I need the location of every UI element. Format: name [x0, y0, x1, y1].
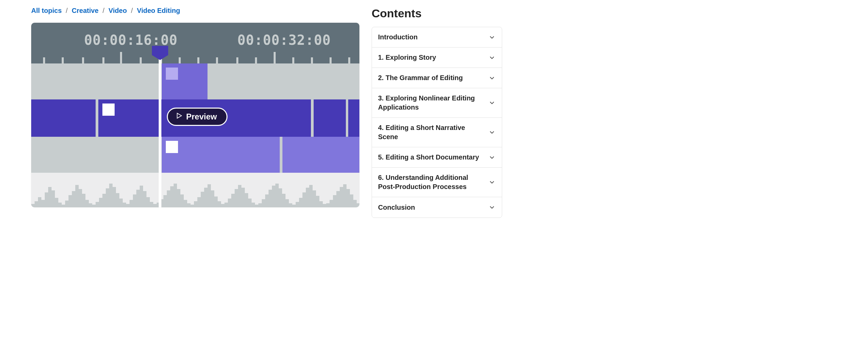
waveform-bar [238, 185, 241, 207]
timeline-ruler: 00:00:16:00 00:00:32:00 [31, 23, 359, 63]
contents-item[interactable]: 5. Editing a Short Documentary [372, 147, 502, 168]
waveform-bar [231, 194, 235, 207]
timeline-ticks [31, 48, 359, 63]
ruler-tick [62, 57, 64, 63]
waveform-bar [113, 187, 116, 207]
waveform-bar [353, 200, 357, 207]
waveform-bar [58, 203, 62, 207]
chevron-down-icon [488, 54, 496, 61]
ruler-tick [255, 57, 257, 63]
waveform-bar [197, 197, 201, 207]
waveform-bar [316, 196, 319, 207]
waveform-bar [221, 204, 224, 207]
waveform-bar [282, 194, 285, 207]
waveform-bar [336, 191, 340, 207]
waveform-bar [306, 188, 309, 207]
waveform-bar [292, 205, 296, 207]
course-thumbnail[interactable]: 00:00:16:00 00:00:32:00 [31, 23, 359, 207]
waveform-bar [126, 204, 130, 207]
contents-item-label: 3. Exploring Nonlinear Editing Applicati… [378, 94, 484, 112]
svg-marker-0 [177, 113, 182, 118]
breadcrumb-video[interactable]: Video [108, 7, 127, 15]
waveform-bar [163, 195, 167, 207]
waveform-bar [102, 194, 106, 207]
video-track-3 [31, 137, 359, 173]
waveform-bar [106, 188, 109, 207]
waveform-bar [285, 199, 289, 207]
waveform-bar [180, 194, 184, 207]
breadcrumb-video-editing[interactable]: Video Editing [137, 7, 180, 15]
chevron-down-icon [488, 154, 496, 161]
contents-item[interactable]: 2. The Grammar of Editing [372, 68, 502, 88]
waveform-bar [248, 199, 252, 207]
clip [348, 99, 359, 137]
waveform-bar [333, 195, 336, 207]
waveform-bar [62, 205, 65, 207]
waveform-bar [123, 203, 126, 207]
contents-item[interactable]: 4. Editing a Short Narrative Scene [372, 118, 502, 147]
ruler-tick [330, 57, 332, 63]
waveform-bar [340, 187, 343, 207]
clip-thumb [102, 104, 115, 116]
waveform-bar [224, 203, 228, 207]
breadcrumb: All topics / Creative / Video / Video Ed… [31, 7, 359, 23]
breadcrumb-creative[interactable]: Creative [72, 7, 99, 15]
ruler-tick [274, 52, 276, 63]
waveform-bar [347, 189, 350, 207]
clip-divider [280, 137, 282, 173]
timecode-2: 00:00:32:00 [237, 32, 331, 48]
waveform-bar [130, 200, 133, 207]
contents-item[interactable]: 1. Exploring Story [372, 48, 502, 68]
breadcrumb-all-topics[interactable]: All topics [31, 7, 62, 15]
clip [314, 99, 346, 137]
contents-item-label: 2. The Grammar of Editing [378, 73, 463, 82]
ruler-tick [311, 57, 313, 63]
waveform-bar [214, 196, 218, 207]
contents-item[interactable]: 6. Understanding Additional Post-Product… [372, 168, 502, 197]
audio-track [31, 173, 359, 207]
ruler-tick [197, 57, 199, 63]
waveform-bar [89, 203, 92, 207]
waveform-bar [296, 202, 299, 207]
waveform-bar [309, 185, 313, 207]
play-icon [175, 112, 183, 121]
preview-button[interactable]: Preview [167, 108, 228, 126]
waveform-bar [235, 189, 238, 207]
waveform-bar [177, 189, 180, 207]
waveform-bar [85, 200, 89, 207]
waveform-bar [272, 186, 275, 207]
waveform-bar [194, 201, 197, 207]
contents-list: Introduction1. Exploring Story2. The Gra… [372, 27, 502, 218]
waveform-bar [262, 199, 265, 207]
waveform-bar [153, 204, 157, 207]
ruler-tick [348, 57, 350, 63]
contents-item[interactable]: Introduction [372, 27, 502, 48]
waveform-bar [109, 184, 113, 207]
waveform-bar [302, 192, 306, 207]
waveform-bar [323, 204, 326, 207]
waveform-bar [184, 200, 187, 207]
contents-item-label: 6. Understanding Additional Post-Product… [378, 173, 484, 191]
waveform-bar [79, 189, 82, 207]
waveform-bar [275, 184, 279, 207]
clip [162, 137, 359, 173]
waveform-bar [245, 193, 248, 207]
waveform-bar [343, 184, 347, 207]
ruler-tick [179, 57, 181, 63]
waveform-bar [119, 199, 123, 207]
waveform-bar [133, 194, 136, 207]
preview-button-label: Preview [186, 112, 217, 121]
clip [31, 99, 96, 137]
clip [162, 63, 208, 99]
waveform-bar [45, 192, 48, 207]
chevron-down-icon [488, 204, 496, 211]
waveform-bar [68, 195, 72, 207]
ruler-tick [140, 57, 142, 63]
waveform-bar [279, 188, 282, 207]
waveform-bar [96, 202, 99, 207]
ruler-tick [292, 57, 294, 63]
contents-item[interactable]: 3. Exploring Nonlinear Editing Applicati… [372, 88, 502, 118]
waveform-bar [201, 192, 204, 207]
contents-item[interactable]: Conclusion [372, 197, 502, 218]
ruler-tick [82, 57, 84, 63]
